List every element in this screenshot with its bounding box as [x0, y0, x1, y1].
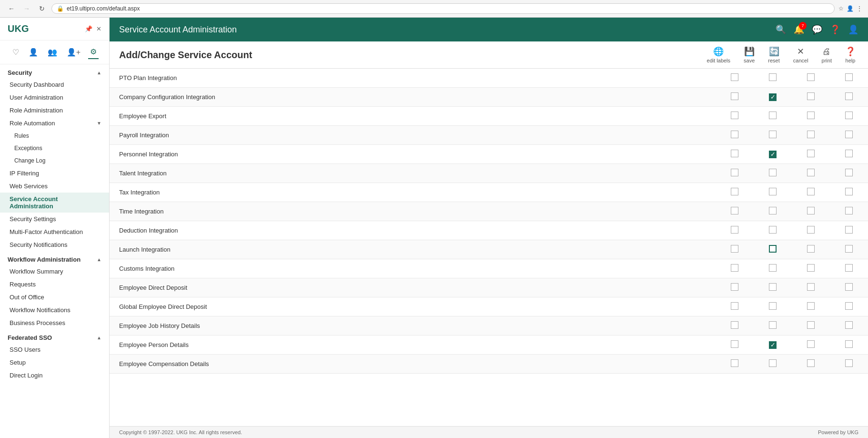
sidebar-item-requests[interactable]: Requests — [0, 278, 109, 291]
checkbox-col2[interactable] — [769, 169, 777, 176]
checkbox-col1[interactable] — [731, 92, 738, 100]
nav-add-person-icon[interactable]: 👤+ — [65, 46, 82, 59]
checkbox-cell[interactable] — [754, 355, 792, 374]
checkbox-col3[interactable] — [807, 188, 815, 195]
checkbox-cell[interactable] — [792, 145, 830, 164]
checkbox-cell[interactable] — [830, 88, 868, 107]
checkbox-col2[interactable] — [769, 283, 777, 291]
checkbox-cell[interactable] — [716, 183, 754, 202]
checkbox-cell[interactable] — [716, 145, 754, 164]
checkbox-col1[interactable] — [731, 150, 738, 157]
forward-button[interactable]: → — [21, 3, 32, 14]
checkbox-col2[interactable]: ✓ — [769, 151, 777, 158]
checkbox-col3[interactable] — [807, 245, 815, 253]
sidebar-item-direct-login[interactable]: Direct Login — [0, 369, 109, 382]
checkbox-col4[interactable] — [845, 340, 853, 348]
cancel-button[interactable]: ✕ cancel — [790, 44, 811, 65]
checkbox-col1[interactable] — [731, 112, 738, 119]
checkbox-col1[interactable] — [731, 73, 738, 81]
checkbox-cell[interactable] — [792, 164, 830, 183]
checkbox-col3[interactable] — [807, 226, 815, 234]
url-bar[interactable]: 🔒 et19.ultipro.com/default.aspx — [51, 3, 835, 14]
reset-button[interactable]: 🔄 reset — [765, 44, 782, 65]
checkbox-cell[interactable] — [830, 221, 868, 240]
checkbox-col4[interactable] — [845, 73, 853, 81]
checkbox-cell[interactable] — [792, 69, 830, 88]
checkbox-cell[interactable] — [716, 297, 754, 316]
more-icon[interactable]: ⋮ — [857, 5, 862, 12]
checkbox-col4[interactable] — [845, 245, 853, 253]
checkbox-col2[interactable] — [769, 226, 777, 234]
checkbox-col4[interactable] — [845, 150, 853, 157]
checkbox-cell[interactable] — [830, 355, 868, 374]
profile-icon[interactable]: 👤 — [847, 5, 854, 12]
checkbox-col2[interactable] — [769, 245, 777, 253]
sidebar-item-multi-factor-authentication[interactable]: Multi-Factor Authentication — [0, 225, 109, 238]
checkbox-col3[interactable] — [807, 131, 815, 138]
checkbox-col1[interactable] — [731, 245, 738, 253]
checkbox-cell[interactable] — [716, 107, 754, 126]
checkbox-cell[interactable] — [716, 278, 754, 297]
bookmark-icon[interactable]: ☆ — [838, 5, 844, 12]
checkbox-col2[interactable] — [769, 131, 777, 138]
checkbox-cell[interactable] — [830, 69, 868, 88]
checkbox-cell[interactable] — [716, 164, 754, 183]
checkbox-col2[interactable] — [769, 321, 777, 329]
checkbox-col3[interactable] — [807, 283, 815, 291]
checkbox-col1[interactable] — [731, 302, 738, 310]
checkbox-col1[interactable] — [731, 283, 738, 291]
checkbox-cell[interactable] — [830, 259, 868, 278]
checkbox-col4[interactable] — [845, 283, 853, 291]
checkbox-cell[interactable] — [754, 278, 792, 297]
sidebar-item-security-dashboard[interactable]: Security Dashboard — [0, 78, 109, 91]
checkbox-cell[interactable] — [716, 202, 754, 221]
checkbox-cell[interactable] — [830, 297, 868, 316]
checkbox-cell[interactable] — [716, 126, 754, 145]
close-icon[interactable]: ✕ — [96, 25, 101, 32]
checkbox-col3[interactable] — [807, 302, 815, 310]
checkbox-col1[interactable] — [731, 340, 738, 348]
checkbox-col4[interactable] — [845, 112, 853, 119]
checkbox-cell[interactable] — [754, 316, 792, 336]
user-avatar-icon[interactable]: 👤 — [848, 24, 858, 35]
nav-group-icon[interactable]: 👥 — [46, 46, 59, 59]
sidebar-section-workflow[interactable]: Workflow Administration ▲ — [0, 251, 109, 265]
checkbox-cell[interactable] — [754, 259, 792, 278]
checkbox-col2[interactable] — [769, 112, 777, 119]
checkbox-cell[interactable]: ✓ — [754, 145, 792, 164]
search-icon[interactable]: 🔍 — [776, 24, 786, 35]
chat-icon[interactable]: 💬 — [812, 24, 822, 35]
sidebar-item-workflow-summary[interactable]: Workflow Summary — [0, 265, 109, 278]
checkbox-cell[interactable] — [830, 316, 868, 336]
checkbox-cell[interactable] — [792, 336, 830, 355]
sidebar-item-security-notifications[interactable]: Security Notifications — [0, 238, 109, 251]
checkbox-cell[interactable] — [792, 259, 830, 278]
sidebar-item-out-of-office[interactable]: Out of Office — [0, 291, 109, 304]
checkbox-cell[interactable] — [792, 107, 830, 126]
edit-labels-button[interactable]: 🌐 edit labels — [704, 44, 734, 65]
sidebar-item-exceptions[interactable]: Exceptions — [0, 142, 109, 154]
checkbox-cell[interactable] — [754, 126, 792, 145]
checkbox-cell[interactable] — [830, 107, 868, 126]
checkbox-cell[interactable] — [754, 183, 792, 202]
checkbox-col1[interactable] — [731, 131, 738, 138]
save-button[interactable]: 💾 save — [741, 44, 757, 65]
checkbox-cell[interactable] — [716, 88, 754, 107]
checkbox-col3[interactable] — [807, 92, 815, 100]
sidebar-item-sso-users[interactable]: SSO Users — [0, 343, 109, 356]
checkbox-cell[interactable] — [716, 221, 754, 240]
checkbox-col1[interactable] — [731, 169, 738, 176]
checkbox-cell[interactable] — [754, 240, 792, 259]
nav-person-icon[interactable]: 👤 — [27, 46, 40, 59]
checkbox-col4[interactable] — [845, 302, 853, 310]
print-button[interactable]: 🖨 print — [819, 45, 835, 65]
checkbox-col2[interactable] — [769, 264, 777, 272]
checkbox-cell[interactable] — [792, 297, 830, 316]
checkbox-cell[interactable] — [830, 202, 868, 221]
sidebar-item-service-account-administration[interactable]: Service Account Administration — [0, 193, 109, 213]
checkbox-col4[interactable] — [845, 169, 853, 176]
help-icon[interactable]: ❓ — [830, 24, 840, 35]
checkbox-col1[interactable] — [731, 359, 738, 367]
sidebar-item-setup[interactable]: Setup — [0, 356, 109, 369]
checkbox-cell[interactable] — [716, 355, 754, 374]
